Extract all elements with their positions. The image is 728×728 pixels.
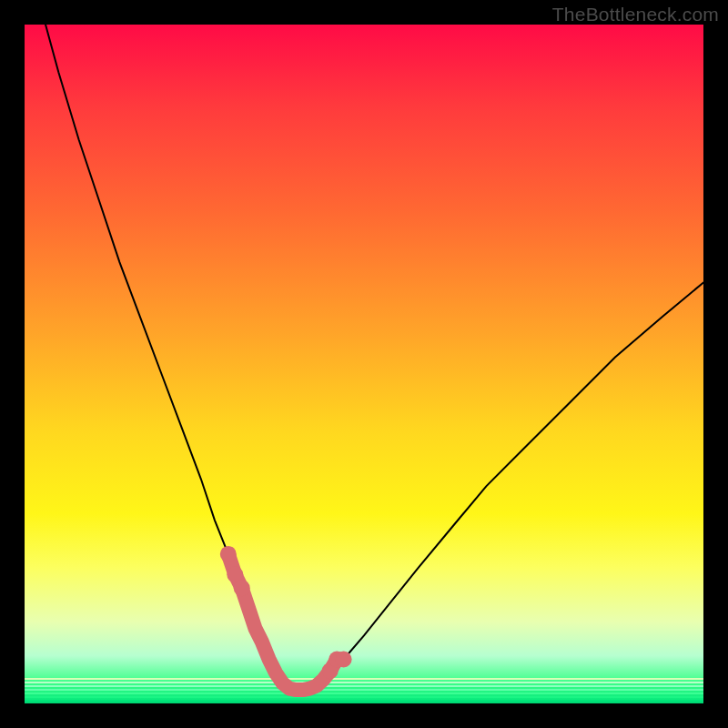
attribution-label: TheBottleneck.com	[552, 4, 719, 25]
highlight-markers	[220, 546, 352, 690]
highlight-dot	[234, 580, 250, 596]
bottleneck-curve-line	[25, 0, 703, 690]
highlight-dot	[336, 652, 352, 668]
chart-svg	[25, 25, 703, 703]
highlight-dot	[220, 546, 237, 562]
